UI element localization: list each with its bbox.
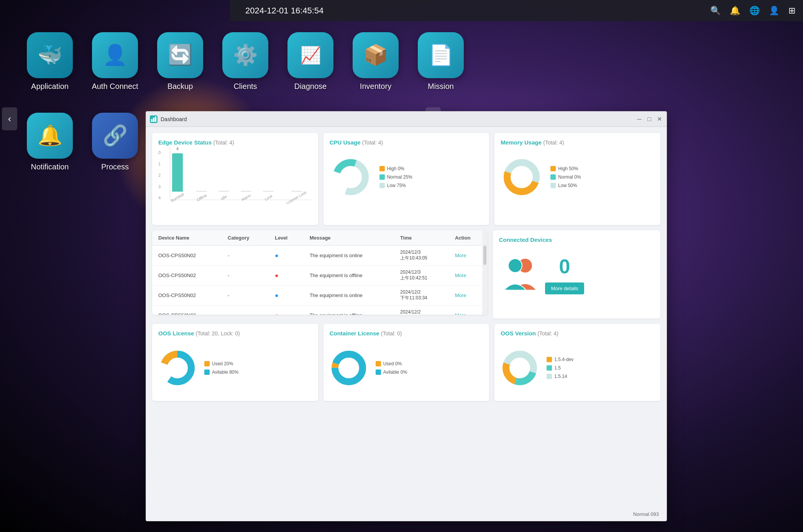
top-row: Edge Device Status (Total: 4) 43210 4 Ru… <box>152 133 660 225</box>
row4-action: More <box>449 305 488 315</box>
oos-license-total: (Total: 20, Lock: 0) <box>196 330 240 337</box>
connected-devices-panel: Connected Devices <box>493 230 660 319</box>
app-notification-label: Notification <box>31 163 69 171</box>
bar-runwell: 4 RunWell <box>170 146 185 200</box>
svg-point-7 <box>340 166 361 188</box>
app-auth-connect[interactable]: 👤 Auth Connect <box>84 23 146 100</box>
app-inventory-icon: 📦 <box>353 32 399 78</box>
svg-point-15 <box>168 358 187 378</box>
row3-message: The equipment is online <box>304 286 394 305</box>
row3-category: - <box>222 286 269 305</box>
table-scrollbar-thumb[interactable] <box>483 246 486 265</box>
bar-license-lock: License Lock <box>285 191 307 200</box>
search-icon[interactable]: 🔍 <box>710 6 721 16</box>
memory-usage-panel: Memory Usage (Total: 4) High 5 <box>494 133 660 225</box>
row4-message: The equipment is offline <box>304 305 394 315</box>
oos-version-panel: OOS Version (Total: 4) <box>494 324 660 401</box>
window-maximize-btn[interactable]: □ <box>646 116 653 123</box>
middle-row: Device Name Category Level Message Time … <box>152 230 660 319</box>
row3-more-link[interactable]: More <box>455 292 466 298</box>
app-clients-label: Clients <box>233 82 257 91</box>
edge-device-status-title: Edge Device Status (Total: 4) <box>158 139 312 146</box>
dashboard-content: Edge Device Status (Total: 4) 43210 4 Ru… <box>146 127 667 521</box>
row3-action: More <box>449 286 488 305</box>
oos-version-title: OOS Version (Total: 4) <box>501 330 654 337</box>
svg-rect-1 <box>151 119 153 122</box>
window-minimize-btn[interactable]: ─ <box>636 116 643 123</box>
app-inventory[interactable]: 📦 Inventory <box>345 23 406 100</box>
row2-time: 2024/12/3 上午10:42:51 <box>394 266 449 286</box>
bar-alarm: Alarm <box>241 191 251 200</box>
app-application-icon: 🐳 <box>27 32 73 78</box>
row2-message: The equipment is offline <box>304 266 394 286</box>
bar-offline: Offline <box>196 191 207 200</box>
app-clients-icon: ⚙️ <box>222 32 268 78</box>
svg-rect-2 <box>153 118 154 122</box>
topbar-icons: 🔍 🔔 🌐 👤 ⊞ <box>710 6 795 16</box>
row2-level: ● <box>269 266 304 286</box>
globe-icon[interactable]: 🌐 <box>749 6 760 16</box>
more-details-button[interactable]: More details <box>545 282 585 294</box>
app-auth-connect-label: Auth Connect <box>92 82 138 91</box>
app-process-icon: 🔗 <box>92 113 138 159</box>
svg-point-12 <box>508 259 522 273</box>
memory-donut-svg <box>501 156 543 198</box>
col-time: Time <box>394 230 449 246</box>
table-row: OOS-CPS50N02 - ● The equipment is online… <box>152 286 488 305</box>
event-table: Device Name Category Level Message Time … <box>152 230 488 315</box>
table-scrollbar[interactable] <box>482 230 488 315</box>
row1-more-link[interactable]: More <box>455 253 466 258</box>
container-license-title: Container License (Total: 0) <box>330 330 483 337</box>
memory-legend-low: Low 50% <box>550 183 581 188</box>
oos-license-donut <box>158 349 197 387</box>
memory-legend-high: High 50% <box>550 166 581 171</box>
col-message: Message <box>304 230 394 246</box>
row2-action: More <box>449 266 488 286</box>
version-154dev-legend: 1.5.4-dev <box>547 357 573 362</box>
window-close-btn[interactable]: ✕ <box>656 116 663 123</box>
status-bar-text: Normal 093 <box>633 511 659 517</box>
row4-more-link[interactable]: More <box>455 312 466 315</box>
row1-category: - <box>222 246 269 266</box>
svg-rect-3 <box>155 117 156 122</box>
app-diagnose[interactable]: 📈 Diagnose <box>280 23 341 100</box>
app-notification[interactable]: 🔔 Notification <box>19 103 80 180</box>
bottom-row: OOS License (Total: 20, Lock: 0) <box>152 324 660 401</box>
event-table-body: OOS-CPS50N02 - ● The equipment is online… <box>152 246 488 315</box>
event-table-panel: Device Name Category Level Message Time … <box>152 230 488 315</box>
topbar: 2024-12-01 16:45:54 🔍 🔔 🌐 👤 ⊞ <box>230 0 803 21</box>
edge-device-status-total: (Total: 4) <box>213 140 234 146</box>
row2-device: OOS-CPS50N02 <box>152 266 222 286</box>
oos-license-legend: Used 20% Avilable 80% <box>204 361 238 375</box>
cpu-legend-low: Low 75% <box>379 183 412 188</box>
container-license-donut <box>330 349 368 387</box>
row2-category: - <box>222 266 269 286</box>
app-backup[interactable]: 🔄 Backup <box>149 23 211 100</box>
col-level: Level <box>269 230 304 246</box>
status-bar: Normal 093 <box>633 511 659 517</box>
memory-usage-title: Memory Usage (Total: 4) <box>501 139 654 146</box>
app-clients[interactable]: ⚙️ Clients <box>215 23 276 100</box>
app-notification-icon: 🔔 <box>27 113 73 159</box>
event-table-header-row: Device Name Category Level Message Time … <box>152 230 488 246</box>
row1-level: ● <box>269 246 304 266</box>
window-titlebar: Dashboard ─ □ ✕ <box>146 112 667 127</box>
grid-icon[interactable]: ⊞ <box>788 6 795 16</box>
app-mission[interactable]: 📄 Mission <box>410 23 471 100</box>
user-icon[interactable]: 👤 <box>769 6 779 16</box>
users-svg <box>499 257 541 292</box>
window-controls: ─ □ ✕ <box>636 116 663 123</box>
bar-chart-inner: 4 RunWell Offline Idle <box>170 146 312 200</box>
oos-version-donut <box>501 349 539 387</box>
app-application[interactable]: 🐳 Application <box>19 23 80 100</box>
nav-arrow-left[interactable]: ‹ <box>2 107 17 130</box>
svg-point-10 <box>511 166 532 188</box>
version-15-legend: 1.5 <box>547 365 573 371</box>
row2-more-link[interactable]: More <box>455 273 466 278</box>
cpu-total: (Total: 4) <box>362 140 383 146</box>
app-process[interactable]: 🔗 Process <box>84 103 146 180</box>
bell-icon[interactable]: 🔔 <box>730 6 740 16</box>
col-action: Action <box>449 230 488 246</box>
version-1514-legend: 1.5.14 <box>547 374 573 379</box>
cpu-legend-high: High 0% <box>379 166 412 171</box>
